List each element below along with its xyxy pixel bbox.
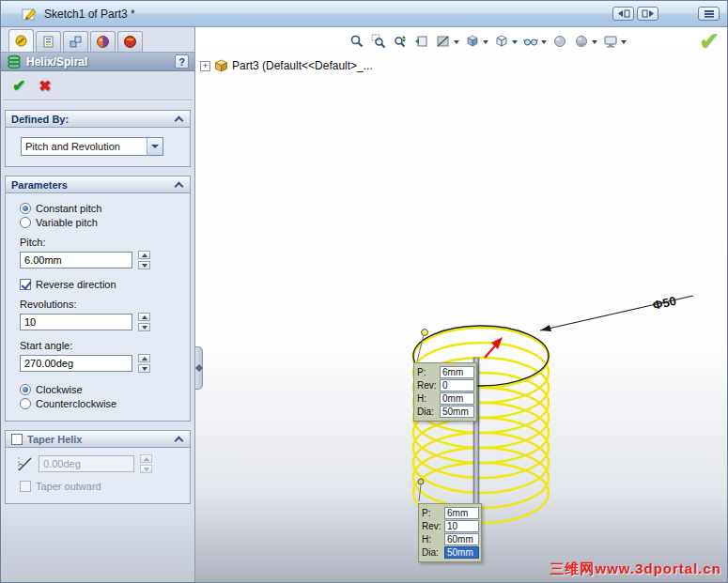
spin-up-button[interactable] — [138, 313, 150, 321]
hide-show-items-button[interactable] — [521, 32, 540, 51]
display-manager-tab[interactable] — [90, 31, 116, 52]
callout-row: Dia: 50mm — [417, 406, 474, 418]
spin-up-button[interactable] — [138, 251, 150, 259]
part-icon — [214, 59, 228, 72]
tree-root-label[interactable]: Part3 (Default<<Default>_... — [232, 59, 373, 72]
prev-window-icon — [617, 9, 630, 18]
collapse-chevron-icon[interactable] — [175, 435, 184, 443]
shaded-toggle-button[interactable] — [550, 32, 569, 51]
clockwise-label: Clockwise — [36, 384, 83, 395]
tree-expand-button[interactable]: + — [200, 61, 210, 71]
pitch-input[interactable] — [20, 252, 132, 268]
variable-pitch-option[interactable]: Variable pitch — [20, 217, 184, 228]
parameters-group-header[interactable]: Parameters — [5, 176, 191, 193]
dimxpert-tab[interactable] — [63, 31, 88, 52]
reverse-direction-option[interactable]: Reverse direction — [20, 279, 184, 290]
callout-value[interactable]: 6mm — [440, 366, 474, 378]
main-area: Helix/Spiral ? ✔ ✖ Defined By: Pitch and… — [1, 27, 727, 582]
start-angle-input[interactable] — [20, 355, 132, 372]
office-products-tab[interactable] — [117, 31, 143, 52]
constant-pitch-option[interactable]: Constant pitch — [20, 203, 184, 214]
window-prev-button[interactable] — [612, 7, 634, 21]
taper-angle-row — [15, 454, 184, 473]
standard-views-button[interactable] — [463, 32, 482, 51]
parameters-body: Constant pitch Variable pitch Pitch: — [5, 193, 191, 422]
spin-up-button[interactable] — [140, 454, 152, 463]
helix-start-point[interactable] — [422, 330, 428, 336]
diameter-dimension[interactable]: Φ50 — [540, 294, 693, 331]
constant-pitch-radio[interactable] — [20, 203, 31, 214]
window-next-button[interactable] — [637, 7, 658, 21]
panel-splitter[interactable] — [195, 346, 203, 390]
helix-preview[interactable] — [413, 328, 549, 523]
spin-down-button[interactable] — [138, 323, 150, 331]
configuration-manager-tab[interactable] — [36, 31, 61, 52]
taper-angle-input[interactable] — [39, 455, 134, 472]
property-manager-header: Helix/Spiral ? — [1, 52, 194, 71]
zoom-in-out-button[interactable] — [391, 32, 410, 51]
defined-by-body: Pitch and Revolution — [5, 128, 191, 167]
collapse-chevron-icon[interactable] — [175, 115, 184, 123]
dropdown-arrow-icon[interactable] — [147, 138, 163, 155]
counterclockwise-option[interactable]: Counterclockwise — [20, 398, 184, 409]
reverse-direction-checkbox[interactable] — [20, 279, 31, 290]
clockwise-radio[interactable] — [20, 384, 31, 395]
callout-label: Dia: — [422, 547, 444, 558]
callout-value-selected[interactable]: 50mm — [444, 546, 479, 559]
helix-end-point[interactable] — [418, 479, 424, 484]
next-window-icon — [642, 9, 655, 18]
zoom-to-area-button[interactable] — [369, 32, 388, 51]
taper-outward-option[interactable]: Taper outward — [20, 481, 184, 492]
defined-by-group-header[interactable]: Defined By: — [5, 110, 191, 128]
revolutions-input[interactable] — [20, 314, 132, 330]
appearances-button[interactable] — [572, 32, 591, 51]
callout-value[interactable]: 10 — [444, 520, 479, 532]
spin-down-button[interactable] — [140, 465, 152, 473]
spin-down-button[interactable] — [138, 261, 150, 269]
zoom-to-fit-button[interactable] — [348, 32, 366, 51]
revolutions-spinner — [138, 313, 150, 331]
confirm-corner-check[interactable]: ✔ — [699, 27, 720, 56]
callout-value[interactable]: 50mm — [440, 406, 474, 418]
display-style-button[interactable] — [492, 32, 511, 51]
zoom-fit-icon — [349, 34, 364, 49]
revolutions-row — [20, 313, 184, 331]
callout-label: H: — [417, 393, 440, 404]
callout-row: P: 6mm — [417, 366, 474, 378]
defined-by-select[interactable]: Pitch and Revolution — [21, 137, 163, 156]
taper-outward-checkbox[interactable] — [20, 481, 31, 492]
callout-value[interactable]: 0mm — [440, 392, 474, 405]
window-list-button[interactable] — [698, 7, 720, 21]
title-bar: Sketch1 of Part3 * — [1, 1, 727, 27]
previous-view-icon — [414, 34, 429, 49]
spin-down-button[interactable] — [138, 364, 150, 373]
constant-pitch-label: Constant pitch — [36, 203, 101, 214]
help-button[interactable]: ? — [175, 54, 189, 69]
spin-up-button[interactable] — [138, 354, 150, 362]
zoom-area-icon — [371, 34, 386, 49]
taper-helix-group-header[interactable]: Taper Helix — [5, 430, 191, 448]
clockwise-option[interactable]: Clockwise — [20, 384, 184, 395]
callout-value[interactable]: 0 — [440, 379, 474, 391]
taper-helix-checkbox[interactable] — [11, 434, 23, 445]
ok-button[interactable]: ✔ — [12, 76, 25, 96]
cancel-button[interactable]: ✖ — [39, 77, 51, 95]
separator — [3, 100, 193, 101]
taper-angle-spinner — [140, 454, 152, 473]
revolutions-label: Revolutions: — [20, 299, 184, 310]
callout-value[interactable]: 60mm — [444, 533, 479, 545]
scene-button[interactable] — [601, 32, 620, 51]
counterclockwise-radio[interactable] — [20, 398, 31, 409]
variable-pitch-radio[interactable] — [20, 217, 31, 228]
graphics-area[interactable]: + Part3 (Default<<Default>_... ✔ — [195, 27, 727, 582]
section-view-button[interactable] — [434, 32, 453, 51]
property-manager-tab[interactable] — [8, 29, 34, 52]
callout-value[interactable]: 6mm — [444, 507, 479, 519]
start-angle-row — [20, 354, 184, 373]
previous-view-button[interactable] — [412, 32, 431, 51]
helix-start-callout[interactable]: P: 6mm Rev: 0 H: 0mm Dia: 50mm — [413, 362, 477, 422]
callout-row: H: 60mm — [422, 533, 479, 545]
helix-end-callout[interactable]: P: 6mm Rev: 10 H: 60mm Dia: 50mm — [418, 503, 482, 562]
variable-pitch-label: Variable pitch — [36, 217, 98, 228]
collapse-chevron-icon[interactable] — [175, 180, 184, 189]
